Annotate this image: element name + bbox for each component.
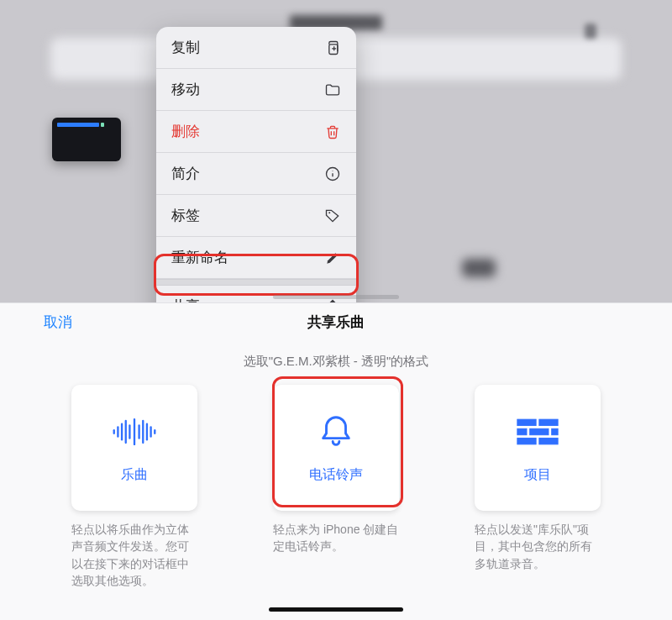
blurred-background-text — [462, 259, 496, 277]
context-menu: 复制 移动 删除 简介 标签 — [156, 27, 356, 302]
card-label: 项目 — [524, 466, 551, 484]
share-format-cards: 乐曲 轻点以将乐曲作为立体声音频文件发送。您可以在接下来的对话框中选取其他选项。… — [0, 385, 672, 589]
menu-item-move[interactable]: 移动 — [156, 69, 356, 111]
card-ringtone[interactable]: 电话铃声 — [273, 385, 399, 511]
home-indicator — [269, 607, 403, 612]
card-label: 电话铃声 — [309, 466, 363, 484]
share-sheet-subtitle: 选取"G.E.M.邓紫棋 - 透明"的格式 — [0, 354, 672, 370]
menu-separator — [156, 279, 356, 286]
menu-item-rename[interactable]: 重新命名 — [156, 237, 356, 279]
share-sheet: 取消 共享乐曲 选取"G.E.M.邓紫棋 - 透明"的格式 — [0, 302, 672, 620]
svg-rect-19 — [517, 438, 536, 444]
menu-item-label: 标签 — [171, 206, 200, 225]
svg-point-2 — [328, 212, 330, 213]
bell-icon — [312, 412, 360, 451]
menu-item-copy[interactable]: 复制 — [156, 27, 356, 69]
pencil-icon — [324, 250, 341, 266]
menu-item-info[interactable]: 简介 — [156, 153, 356, 195]
card-description: 轻点以发送"库乐队"项目，其中包含您的所有多轨道录音。 — [475, 521, 601, 572]
menu-item-label: 移动 — [171, 80, 200, 99]
menu-item-label: 复制 — [171, 38, 200, 57]
svg-rect-16 — [517, 428, 527, 434]
svg-rect-18 — [552, 428, 558, 434]
waveform-icon — [111, 412, 158, 451]
menu-item-label: 删除 — [171, 122, 200, 141]
card-project[interactable]: 项目 — [475, 385, 601, 511]
card-label: 乐曲 — [121, 466, 148, 484]
copy-icon — [324, 39, 341, 56]
svg-rect-17 — [530, 428, 549, 434]
svg-rect-20 — [539, 438, 558, 444]
trash-icon — [324, 123, 341, 140]
card-song[interactable]: 乐曲 — [71, 385, 197, 511]
info-icon — [324, 166, 341, 182]
share-sheet-nav: 取消 共享乐曲 — [0, 303, 672, 340]
home-indicator — [273, 295, 399, 299]
share-sheet-title: 共享乐曲 — [307, 313, 365, 332]
menu-item-label: 简介 — [171, 164, 200, 183]
menu-item-share[interactable]: 共享 — [156, 286, 356, 302]
menu-item-tag[interactable]: 标签 — [156, 195, 356, 237]
folder-icon — [324, 81, 341, 98]
tag-icon — [324, 208, 341, 224]
blurred-background-button — [585, 24, 596, 39]
menu-item-label: 重新命名 — [171, 248, 228, 267]
project-thumbnail[interactable] — [52, 118, 121, 161]
cancel-button[interactable]: 取消 — [44, 313, 72, 332]
context-menu-backdrop: 复制 移动 删除 简介 标签 — [0, 0, 672, 302]
menu-item-delete[interactable]: 删除 — [156, 111, 356, 153]
svg-rect-14 — [517, 419, 536, 425]
card-description: 轻点以将乐曲作为立体声音频文件发送。您可以在接下来的对话框中选取其他选项。 — [71, 521, 197, 589]
menu-item-label: 共享 — [171, 297, 200, 302]
svg-rect-15 — [539, 419, 558, 425]
svg-rect-0 — [329, 44, 338, 54]
bricks-icon — [514, 412, 561, 451]
card-description: 轻点来为 iPhone 创建自定电话铃声。 — [273, 521, 399, 555]
